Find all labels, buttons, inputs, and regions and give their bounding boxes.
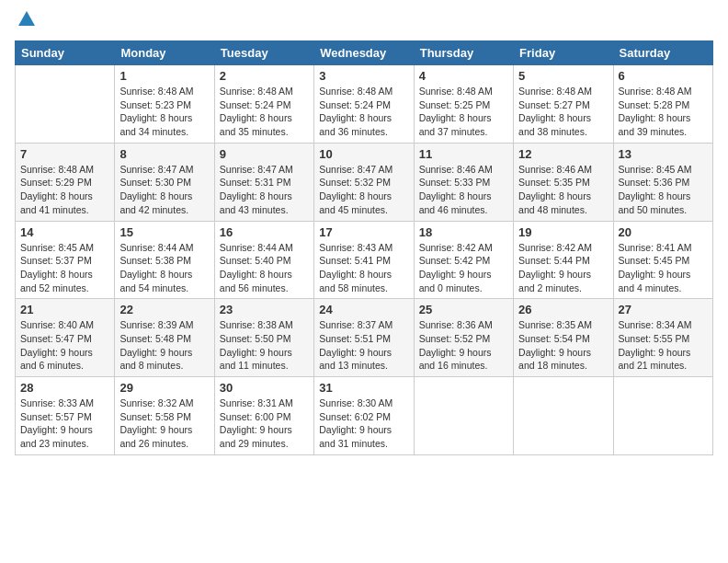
day-number: 15 [119, 225, 209, 239]
logo [15, 9, 37, 33]
calendar-cell: 25Sunrise: 8:36 AM Sunset: 5:52 PM Dayli… [414, 299, 513, 377]
day-info: Sunrise: 8:42 AM Sunset: 5:44 PM Dayligh… [518, 241, 608, 295]
calendar-cell: 5Sunrise: 8:48 AM Sunset: 5:27 PM Daylig… [514, 65, 613, 144]
day-number: 14 [20, 225, 109, 239]
col-header-wednesday: Wednesday [314, 41, 414, 65]
week-row-0: 1Sunrise: 8:48 AM Sunset: 5:23 PM Daylig… [16, 65, 713, 144]
day-number: 17 [319, 225, 408, 239]
day-info: Sunrise: 8:48 AM Sunset: 5:25 PM Dayligh… [419, 85, 508, 139]
day-info: Sunrise: 8:48 AM Sunset: 5:24 PM Dayligh… [319, 85, 408, 139]
day-number: 30 [220, 381, 309, 395]
day-number: 2 [220, 69, 309, 83]
col-header-tuesday: Tuesday [214, 41, 313, 65]
day-number: 25 [419, 303, 508, 316]
calendar-cell [16, 65, 115, 144]
day-info: Sunrise: 8:41 AM Sunset: 5:45 PM Dayligh… [619, 241, 708, 295]
week-row-3: 21Sunrise: 8:40 AM Sunset: 5:47 PM Dayli… [16, 299, 713, 377]
day-info: Sunrise: 8:40 AM Sunset: 5:47 PM Dayligh… [20, 318, 109, 373]
calendar-header-row: SundayMondayTuesdayWednesdayThursdayFrid… [16, 41, 713, 65]
day-info: Sunrise: 8:36 AM Sunset: 5:52 PM Dayligh… [419, 318, 508, 373]
week-row-1: 7Sunrise: 8:48 AM Sunset: 5:29 PM Daylig… [16, 143, 713, 221]
page: SundayMondayTuesdayWednesdayThursdayFrid… [0, 0, 728, 563]
calendar-cell: 26Sunrise: 8:35 AM Sunset: 5:54 PM Dayli… [514, 299, 613, 377]
calendar-cell: 29Sunrise: 8:32 AM Sunset: 5:58 PM Dayli… [115, 377, 214, 455]
col-header-friday: Friday [514, 41, 613, 65]
calendar-table: SundayMondayTuesdayWednesdayThursdayFrid… [15, 40, 713, 455]
day-info: Sunrise: 8:47 AM Sunset: 5:30 PM Dayligh… [119, 163, 209, 217]
day-info: Sunrise: 8:31 AM Sunset: 6:00 PM Dayligh… [220, 396, 309, 451]
day-info: Sunrise: 8:38 AM Sunset: 5:50 PM Dayligh… [220, 318, 309, 373]
calendar-cell: 30Sunrise: 8:31 AM Sunset: 6:00 PM Dayli… [214, 377, 313, 455]
col-header-thursday: Thursday [414, 41, 513, 65]
day-info: Sunrise: 8:46 AM Sunset: 5:35 PM Dayligh… [518, 163, 608, 217]
day-number: 26 [518, 303, 608, 316]
day-number: 31 [319, 381, 408, 395]
week-row-4: 28Sunrise: 8:33 AM Sunset: 5:57 PM Dayli… [16, 377, 713, 455]
calendar-cell: 9Sunrise: 8:47 AM Sunset: 5:31 PM Daylig… [214, 143, 313, 221]
day-number: 16 [220, 225, 309, 239]
calendar-cell [613, 377, 712, 455]
day-number: 11 [419, 147, 508, 161]
calendar-cell [414, 377, 513, 455]
day-number: 22 [119, 303, 209, 316]
calendar-cell: 4Sunrise: 8:48 AM Sunset: 5:25 PM Daylig… [414, 65, 513, 144]
day-info: Sunrise: 8:30 AM Sunset: 6:02 PM Dayligh… [319, 396, 408, 451]
day-info: Sunrise: 8:37 AM Sunset: 5:51 PM Dayligh… [319, 318, 408, 373]
calendar-cell: 13Sunrise: 8:45 AM Sunset: 5:36 PM Dayli… [613, 143, 712, 221]
calendar-cell: 10Sunrise: 8:47 AM Sunset: 5:32 PM Dayli… [314, 143, 414, 221]
calendar-cell: 19Sunrise: 8:42 AM Sunset: 5:44 PM Dayli… [514, 221, 613, 299]
day-number: 28 [20, 381, 109, 395]
day-number: 20 [619, 225, 708, 239]
day-info: Sunrise: 8:45 AM Sunset: 5:36 PM Dayligh… [619, 163, 708, 217]
calendar-cell: 18Sunrise: 8:42 AM Sunset: 5:42 PM Dayli… [414, 221, 513, 299]
col-header-monday: Monday [115, 41, 214, 65]
day-number: 29 [119, 381, 209, 395]
calendar-cell: 24Sunrise: 8:37 AM Sunset: 5:51 PM Dayli… [314, 299, 414, 377]
day-number: 9 [220, 147, 309, 161]
calendar-cell: 23Sunrise: 8:38 AM Sunset: 5:50 PM Dayli… [214, 299, 313, 377]
calendar-cell: 6Sunrise: 8:48 AM Sunset: 5:28 PM Daylig… [613, 65, 712, 144]
day-number: 10 [319, 147, 408, 161]
calendar-cell: 16Sunrise: 8:44 AM Sunset: 5:40 PM Dayli… [214, 221, 313, 299]
day-number: 19 [518, 225, 608, 239]
day-number: 13 [619, 147, 708, 161]
day-info: Sunrise: 8:44 AM Sunset: 5:40 PM Dayligh… [220, 241, 309, 295]
day-info: Sunrise: 8:47 AM Sunset: 5:32 PM Dayligh… [319, 163, 408, 217]
day-info: Sunrise: 8:48 AM Sunset: 5:29 PM Dayligh… [20, 163, 109, 217]
day-info: Sunrise: 8:48 AM Sunset: 5:27 PM Dayligh… [518, 85, 608, 139]
calendar-cell: 3Sunrise: 8:48 AM Sunset: 5:24 PM Daylig… [314, 65, 414, 144]
calendar-cell: 15Sunrise: 8:44 AM Sunset: 5:38 PM Dayli… [115, 221, 214, 299]
day-info: Sunrise: 8:44 AM Sunset: 5:38 PM Dayligh… [119, 241, 209, 295]
day-info: Sunrise: 8:48 AM Sunset: 5:28 PM Dayligh… [619, 85, 708, 139]
day-number: 24 [319, 303, 408, 316]
day-number: 7 [20, 147, 109, 161]
day-number: 27 [619, 303, 708, 316]
logo-icon [17, 9, 37, 29]
svg-marker-0 [18, 11, 35, 26]
calendar-cell [514, 377, 613, 455]
day-number: 4 [419, 69, 508, 83]
col-header-sunday: Sunday [16, 41, 115, 65]
day-number: 18 [419, 225, 508, 239]
calendar-cell: 11Sunrise: 8:46 AM Sunset: 5:33 PM Dayli… [414, 143, 513, 221]
day-number: 6 [619, 69, 708, 83]
calendar-cell: 28Sunrise: 8:33 AM Sunset: 5:57 PM Dayli… [16, 377, 115, 455]
calendar-cell: 8Sunrise: 8:47 AM Sunset: 5:30 PM Daylig… [115, 143, 214, 221]
day-info: Sunrise: 8:34 AM Sunset: 5:55 PM Dayligh… [619, 318, 708, 373]
col-header-saturday: Saturday [613, 41, 712, 65]
day-info: Sunrise: 8:39 AM Sunset: 5:48 PM Dayligh… [119, 318, 209, 373]
day-number: 21 [20, 303, 109, 316]
day-info: Sunrise: 8:42 AM Sunset: 5:42 PM Dayligh… [419, 241, 508, 295]
calendar-cell: 27Sunrise: 8:34 AM Sunset: 5:55 PM Dayli… [613, 299, 712, 377]
day-info: Sunrise: 8:45 AM Sunset: 5:37 PM Dayligh… [20, 241, 109, 295]
header [15, 9, 713, 33]
calendar-cell: 14Sunrise: 8:45 AM Sunset: 5:37 PM Dayli… [16, 221, 115, 299]
day-number: 8 [119, 147, 209, 161]
day-info: Sunrise: 8:48 AM Sunset: 5:23 PM Dayligh… [119, 85, 209, 139]
day-info: Sunrise: 8:48 AM Sunset: 5:24 PM Dayligh… [220, 85, 309, 139]
week-row-2: 14Sunrise: 8:45 AM Sunset: 5:37 PM Dayli… [16, 221, 713, 299]
calendar-cell: 20Sunrise: 8:41 AM Sunset: 5:45 PM Dayli… [613, 221, 712, 299]
calendar-cell: 22Sunrise: 8:39 AM Sunset: 5:48 PM Dayli… [115, 299, 214, 377]
calendar-cell: 17Sunrise: 8:43 AM Sunset: 5:41 PM Dayli… [314, 221, 414, 299]
calendar-cell: 12Sunrise: 8:46 AM Sunset: 5:35 PM Dayli… [514, 143, 613, 221]
